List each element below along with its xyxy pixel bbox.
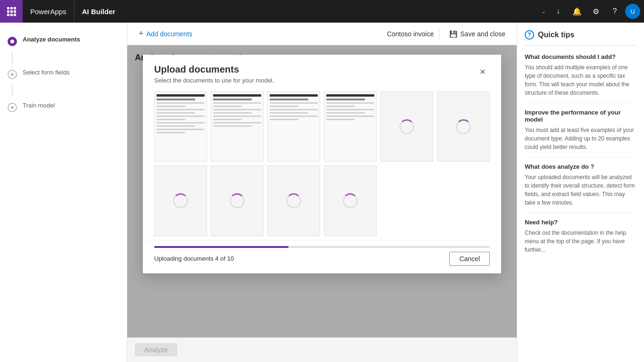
sidebar: Analyze documents Select form fields Tra… [0,23,127,362]
doc-thumb-10 [324,165,377,236]
progress-bar-background [154,246,490,248]
save-close-button[interactable]: 💾 Save and close [446,28,509,40]
contoso-invoice-label: Contoso invoice [387,30,434,38]
sidebar-item-select-form-fields[interactable]: Select form fields [0,63,127,85]
doc-content-2 [211,92,263,161]
dialog-footer: Uploading documents 4 of 10 Cancel [143,240,501,273]
dialog-overlay: Upload documents Select the documents to… [127,45,517,337]
dialog-header: Upload documents Select the documents to… [143,55,501,88]
progress-bar-fill [154,246,289,248]
doc-thumb-6 [437,91,490,162]
tip-card-1: What documents should I add? You should … [525,53,636,103]
notifications-icon[interactable]: 🔔 [569,3,586,20]
toolbar-divider [439,28,440,40]
tip-text-2: You must add at least five examples of y… [525,126,636,151]
document-grid [154,91,490,236]
settings-icon[interactable]: ⚙ [587,3,604,20]
step-indicator-analyze [8,37,17,46]
tip-card-3: What does analyze do ? Your uploaded doc… [525,163,636,213]
doc-thumb-7 [154,165,207,236]
brand-name: PowerApps [30,8,66,16]
doc-spinner-9 [286,193,301,208]
user-avatar[interactable]: U [625,4,640,19]
doc-content-1 [155,92,206,161]
step-connector-2 [12,85,13,96]
sidebar-item-analyze-documents[interactable]: Analyze documents [0,30,127,52]
download-icon[interactable]: ↓ [550,3,567,20]
sidebar-item-train-model[interactable]: Train model [0,96,127,118]
dialog-title-section: Upload documents Select the documents to… [154,64,274,84]
analyze-section: Analyze [127,337,517,362]
add-documents-button[interactable]: + Add documents [135,27,196,41]
step-label-select: Select form fields [23,69,70,76]
save-close-label: Save and close [460,30,505,38]
brand-section: PowerApps [23,0,74,23]
doc-thumb-8 [211,165,264,236]
doc-thumb-4 [324,91,377,162]
product-name: AI Builder [74,8,537,16]
doc-spinner-8 [230,193,245,208]
content-area: Analyze document examples Upload documen… [127,45,517,337]
doc-thumb-3 [267,91,320,162]
dialog-body [143,88,501,240]
doc-content-4 [324,92,376,161]
step-indicator-train [8,103,17,112]
dialog-close-button[interactable]: ✕ [475,64,490,79]
tip-heading-4: Need help? [525,219,636,226]
question-icon: ? [525,30,534,40]
tip-text-4: Check out the documentation in the help … [525,229,636,254]
doc-spinner-10 [343,193,358,208]
add-documents-label: Add documents [147,30,192,38]
tip-text-1: You should add multiple examples of one … [525,63,636,97]
save-icon: 💾 [449,30,457,38]
doc-content-3 [268,92,320,161]
tip-card-4: Need help? Check out the documentation i… [525,219,636,260]
doc-spinner-7 [173,193,188,208]
apps-menu-button[interactable] [0,0,23,23]
quick-tips-panel: ? Quick tips What documents should I add… [517,23,644,362]
step-connector-1 [12,52,13,63]
upload-dialog: Upload documents Select the documents to… [143,55,501,273]
step-label-train: Train model [23,102,55,109]
doc-spinner-5 [399,119,414,134]
cancel-button[interactable]: Cancel [449,252,490,266]
progress-text: Uploading documents 4 of 10 [154,255,234,262]
quick-tips-header: ? Quick tips [525,30,636,46]
analyze-button: Analyze [135,343,177,356]
quick-tips-title: Quick tips [538,31,574,39]
step-label-analyze: Analyze documents [23,36,80,43]
doc-thumb-9 [267,165,320,236]
toolbar: + Add documents Contoso invoice 💾 Save a… [127,23,517,45]
app-layout: Analyze documents Select form fields Tra… [0,23,644,362]
doc-thumb-5 [380,91,433,162]
tip-text-3: Your uploaded documents will be analyzed… [525,173,636,207]
apps-grid-icon [7,7,16,16]
tip-heading-2: Improve the performance of your model [525,109,636,123]
doc-thumb-1 [154,91,207,162]
tip-heading-1: What documents should I add? [525,53,636,60]
tip-card-2: Improve the performance of your model Yo… [525,109,636,157]
main-content: + Add documents Contoso invoice 💾 Save a… [127,23,517,362]
dialog-subtitle: Select the documents to use for your mod… [154,77,274,84]
doc-spinner-6 [456,119,471,134]
plus-icon: + [139,29,144,39]
dialog-title: Upload documents [154,64,274,75]
progress-row: Uploading documents 4 of 10 Cancel [154,252,490,266]
top-navigation: PowerApps AI Builder ⌄ ↓ 🔔 ⚙ ? U [0,0,644,23]
nav-chevron-icon[interactable]: ⌄ [537,8,550,15]
nav-action-buttons: ↓ 🔔 ⚙ ? U [550,3,644,20]
step-indicator-select [8,70,17,79]
tip-heading-3: What does analyze do ? [525,163,636,170]
avatar-initials: U [630,8,635,15]
help-icon[interactable]: ? [606,3,623,20]
doc-thumb-2 [211,91,264,162]
